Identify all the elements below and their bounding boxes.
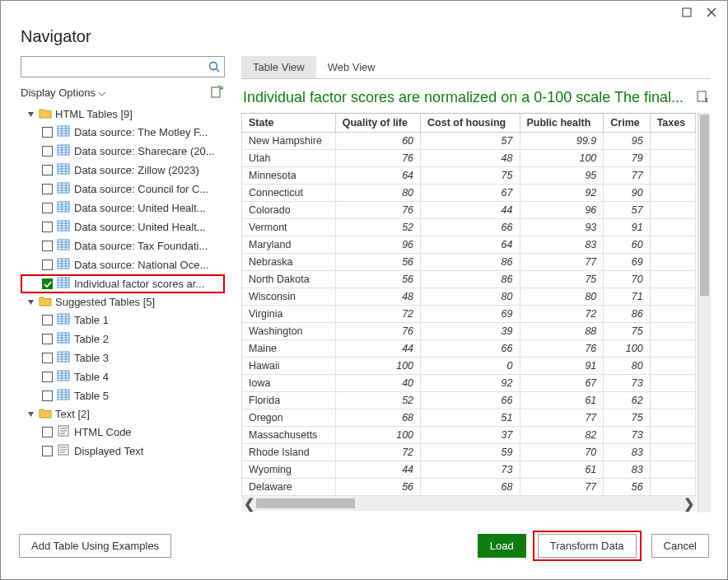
column-header[interactable]: Quality of life bbox=[335, 114, 420, 133]
tree-item[interactable]: Table 4 bbox=[21, 367, 225, 386]
table-cell: 69 bbox=[604, 254, 650, 271]
data-grid[interactable]: StateQuality of lifeCost of housingPubli… bbox=[241, 113, 696, 512]
tree-checkbox[interactable] bbox=[42, 278, 53, 289]
table-row[interactable]: Maryland96648360 bbox=[242, 236, 696, 254]
tree-group-header[interactable]: Suggested Tables [5] bbox=[21, 293, 225, 311]
tree-item[interactable]: Table 5 bbox=[21, 386, 225, 405]
column-header[interactable]: State bbox=[242, 114, 336, 133]
hscroll-thumb[interactable] bbox=[256, 498, 355, 508]
table-row[interactable]: Virginia72697286 bbox=[242, 306, 696, 323]
table-row[interactable]: Rhode Island72597083 bbox=[242, 444, 696, 461]
vertical-scrollbar[interactable] bbox=[698, 113, 711, 512]
search-input[interactable] bbox=[25, 60, 208, 74]
tree-item[interactable]: Data source: National Oce... bbox=[21, 255, 225, 274]
tree-item[interactable]: Data source: The Motley F... bbox=[21, 123, 225, 142]
search-icon[interactable] bbox=[208, 60, 221, 73]
table-cell bbox=[650, 236, 695, 254]
table-cell: 44 bbox=[335, 461, 420, 479]
close-icon[interactable] bbox=[706, 7, 717, 18]
table-cell: 80 bbox=[335, 185, 420, 202]
tab-table-view[interactable]: Table View bbox=[241, 56, 316, 78]
tree-item[interactable]: Data source: Council for C... bbox=[21, 180, 225, 199]
cancel-button[interactable]: Cancel bbox=[651, 534, 709, 558]
tree-item[interactable]: Data source: Tax Foundati... bbox=[21, 236, 225, 255]
tree[interactable]: HTML Tables [9]Data source: The Motley F… bbox=[21, 105, 225, 512]
tree-item-label: Data source: Zillow (2023) bbox=[74, 164, 225, 176]
table-cell: 92 bbox=[520, 185, 604, 202]
tree-checkbox[interactable] bbox=[42, 203, 53, 213]
vscroll-thumb[interactable] bbox=[700, 115, 709, 296]
table-cell: 76 bbox=[335, 202, 420, 219]
tree-checkbox[interactable] bbox=[42, 315, 53, 325]
tree-item[interactable]: Table 2 bbox=[21, 330, 225, 348]
tree-checkbox[interactable] bbox=[42, 146, 53, 157]
tree-item[interactable]: Table 3 bbox=[21, 348, 225, 367]
tree-checkbox[interactable] bbox=[42, 391, 53, 401]
tree-item[interactable]: Individual factor scores ar... bbox=[21, 274, 225, 293]
table-cell: 72 bbox=[335, 444, 420, 461]
table-row[interactable]: Utah764810079 bbox=[242, 150, 696, 167]
table-row[interactable]: New Hampshire605799.995 bbox=[242, 133, 696, 150]
table-row[interactable]: Hawaii10009180 bbox=[242, 358, 696, 375]
tabs: Table ViewWeb View bbox=[241, 56, 711, 79]
tree-item[interactable]: Data source: Zillow (2023) bbox=[21, 161, 225, 180]
scroll-left-arrow[interactable]: ❮ bbox=[241, 496, 256, 512]
table-row[interactable]: Connecticut80679290 bbox=[242, 185, 696, 202]
column-header[interactable]: Crime bbox=[604, 114, 650, 133]
tree-checkbox[interactable] bbox=[42, 260, 53, 270]
tree-group-header[interactable]: Text [2] bbox=[21, 405, 225, 423]
table-row[interactable]: Minnesota64759577 bbox=[242, 167, 696, 185]
tree-checkbox[interactable] bbox=[42, 446, 53, 456]
column-header[interactable]: Public health bbox=[520, 114, 604, 133]
table-row[interactable]: North Dakota56867570 bbox=[242, 271, 696, 288]
maximize-icon[interactable] bbox=[681, 7, 693, 18]
display-options-dropdown[interactable]: Display Options bbox=[21, 87, 105, 99]
tree-checkbox[interactable] bbox=[42, 353, 53, 363]
tree-item[interactable]: Table 1 bbox=[21, 311, 225, 330]
table-cell: 72 bbox=[520, 306, 604, 323]
table-row[interactable]: Massachusetts100378273 bbox=[242, 427, 696, 444]
table-row[interactable]: Colorado76449657 bbox=[242, 202, 696, 219]
table-row[interactable]: Vermont52669391 bbox=[242, 219, 696, 236]
tree-checkbox[interactable] bbox=[42, 241, 53, 251]
tree-checkbox[interactable] bbox=[42, 184, 53, 194]
table-row[interactable]: Maine446676100 bbox=[242, 340, 696, 358]
table-row[interactable]: Oregon68517775 bbox=[242, 409, 696, 427]
table-cell bbox=[650, 479, 695, 496]
preview-options-icon[interactable] bbox=[696, 90, 709, 106]
tree-checkbox[interactable] bbox=[42, 372, 53, 382]
tree-checkbox[interactable] bbox=[42, 334, 53, 344]
add-table-examples-button[interactable]: Add Table Using Examples bbox=[19, 534, 171, 558]
table-row[interactable]: Florida52666162 bbox=[242, 392, 696, 409]
svg-point-3 bbox=[210, 63, 217, 70]
table-row[interactable]: Wyoming44736183 bbox=[242, 461, 696, 479]
tree-checkbox[interactable] bbox=[42, 222, 53, 232]
tree-group-header[interactable]: HTML Tables [9] bbox=[21, 105, 225, 123]
table-icon bbox=[57, 277, 70, 291]
scroll-right-arrow[interactable]: ❯ bbox=[681, 496, 696, 512]
table-row[interactable]: Washington76398875 bbox=[242, 323, 696, 340]
column-header[interactable]: Cost of housing bbox=[421, 114, 520, 133]
refresh-icon[interactable] bbox=[210, 86, 223, 99]
tree-checkbox[interactable] bbox=[42, 165, 53, 175]
tree-checkbox[interactable] bbox=[42, 127, 53, 138]
load-button[interactable]: Load bbox=[478, 534, 526, 558]
table-row[interactable]: Iowa40926773 bbox=[242, 375, 696, 392]
table-row[interactable]: Nebraska56867769 bbox=[242, 254, 696, 271]
tree-item[interactable]: Data source: United Healt... bbox=[21, 199, 225, 218]
tab-web-view[interactable]: Web View bbox=[316, 56, 387, 78]
tree-checkbox[interactable] bbox=[42, 427, 53, 437]
table-cell: 92 bbox=[421, 375, 520, 392]
tree-item[interactable]: Displayed Text bbox=[21, 442, 225, 461]
column-header[interactable]: Taxes bbox=[650, 114, 695, 133]
tree-item[interactable]: HTML Code bbox=[21, 423, 225, 442]
table-cell: 88 bbox=[520, 323, 604, 340]
search-box[interactable] bbox=[21, 56, 225, 77]
table-cell: 83 bbox=[604, 461, 650, 479]
transform-data-button[interactable]: Transform Data bbox=[538, 534, 637, 558]
tree-item[interactable]: Data source: United Healt... bbox=[21, 218, 225, 236]
table-row[interactable]: Delaware56687756 bbox=[242, 479, 696, 496]
tree-item[interactable]: Data source: Sharecare (20... bbox=[21, 142, 225, 161]
table-row[interactable]: Wisconsin48808071 bbox=[242, 288, 696, 306]
horizontal-scrollbar[interactable]: ❮ ❯ bbox=[241, 496, 696, 511]
